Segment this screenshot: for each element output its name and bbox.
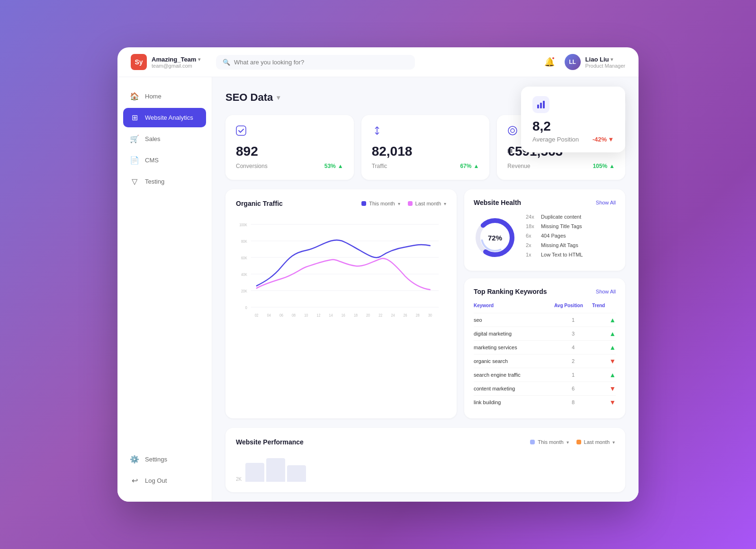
svg-text:0: 0 bbox=[245, 305, 247, 310]
svg-text:18: 18 bbox=[354, 313, 358, 318]
keyword-row: seo 1 ▲ bbox=[474, 313, 616, 327]
organic-traffic-chart: 100K 80K 60K 40K 20K 0 02 04 06 08 10 12… bbox=[236, 215, 446, 319]
revenue-footer: Revenue 105% ▲ bbox=[507, 163, 615, 169]
traffic-icon bbox=[372, 125, 479, 138]
floating-card-label: Average Position -42% ▼ bbox=[532, 136, 614, 143]
svg-point-5 bbox=[511, 129, 514, 133]
keyword-row: link building 8 ▼ bbox=[474, 395, 616, 409]
user-text: Liao Liu ▾ Product Manager bbox=[585, 56, 625, 69]
stat-card-traffic: 82,018 Traffic 67% ▲ bbox=[361, 115, 490, 180]
svg-text:24: 24 bbox=[391, 313, 395, 318]
keywords-card: Top Ranking Keywords Show All Keyword Av… bbox=[464, 278, 625, 418]
svg-text:10: 10 bbox=[304, 313, 308, 318]
sidebar-item-sales[interactable]: 🛒 Sales bbox=[123, 129, 206, 149]
perf-chart-header: Website Performance This month ▾ Last mo… bbox=[236, 438, 615, 446]
donut-chart: 72% bbox=[474, 216, 516, 259]
perf-title: Website Performance bbox=[236, 438, 304, 446]
sidebar-item-label: CMS bbox=[145, 157, 159, 164]
revenue-change: 105% ▲ bbox=[593, 163, 615, 169]
page-title: SEO Data ▾ bbox=[225, 91, 280, 104]
sidebar-item-label: Sales bbox=[145, 135, 161, 142]
legend-last-month[interactable]: Last month ▾ bbox=[408, 201, 446, 206]
traffic-label: Traffic bbox=[372, 163, 387, 169]
legend-this-month[interactable]: This month ▾ bbox=[361, 201, 400, 206]
website-health-card: Website Health Show All 72% bbox=[464, 189, 625, 271]
perf-bar bbox=[245, 463, 264, 482]
svg-text:12: 12 bbox=[316, 313, 320, 318]
sidebar-item-logout[interactable]: ↩ Log Out bbox=[123, 471, 206, 490]
perf-legend-last-month[interactable]: Last month ▾ bbox=[576, 439, 615, 445]
conversions-change: 53% ▲ bbox=[324, 163, 343, 169]
svg-text:22: 22 bbox=[378, 313, 382, 318]
floating-card-value: 8,2 bbox=[532, 119, 614, 134]
nav-items: 🏠 Home ⊞ Website Analytics 🛒 Sales 📄 CMS… bbox=[123, 87, 206, 450]
search-bar[interactable]: 🔍 bbox=[216, 55, 415, 70]
svg-text:26: 26 bbox=[404, 313, 407, 318]
chart-title: Organic Traffic bbox=[236, 200, 283, 207]
last-month-dot bbox=[408, 201, 413, 206]
keywords-show-all[interactable]: Show All bbox=[596, 289, 616, 294]
perf-this-month-dot bbox=[530, 440, 535, 444]
conversions-footer: Conversions 53% ▲ bbox=[236, 163, 343, 169]
right-col: Website Health Show All 72% bbox=[464, 189, 625, 418]
svg-text:06: 06 bbox=[279, 313, 283, 318]
svg-text:30: 30 bbox=[428, 313, 432, 318]
logout-icon: ↩ bbox=[130, 476, 139, 485]
health-show-all[interactable]: Show All bbox=[596, 200, 616, 205]
trend-down-icon: ▼ bbox=[592, 385, 616, 392]
health-item: 2x Missing Alt Tags bbox=[526, 242, 616, 248]
home-icon: 🏠 bbox=[130, 92, 139, 101]
chart-header: Organic Traffic This month ▾ Last month … bbox=[236, 200, 446, 207]
health-item: 6x 404 Pages bbox=[526, 233, 616, 239]
notification-icon[interactable]: 🔔 bbox=[542, 54, 557, 70]
trend-up-icon: ▲ bbox=[592, 371, 616, 379]
trend-up-icon: ▲ bbox=[609, 163, 615, 169]
sidebar-item-cms[interactable]: 📄 CMS bbox=[123, 151, 206, 170]
svg-text:08: 08 bbox=[292, 313, 296, 318]
perf-bar bbox=[287, 465, 306, 482]
svg-rect-3 bbox=[236, 126, 246, 135]
keywords-header: Top Ranking Keywords Show All bbox=[474, 288, 616, 295]
this-month-dot bbox=[361, 201, 366, 206]
keyword-row: digital marketing 3 ▲ bbox=[474, 327, 616, 340]
keyword-row: organic search 2 ▼ bbox=[474, 354, 616, 368]
organic-traffic-card: Organic Traffic This month ▾ Last month … bbox=[225, 189, 457, 418]
cms-icon: 📄 bbox=[130, 156, 139, 165]
chart-legend: This month ▾ Last month ▾ bbox=[361, 201, 446, 206]
health-header: Website Health Show All bbox=[474, 199, 616, 206]
brand-email: team@gmail.com bbox=[152, 63, 200, 69]
avatar: LL bbox=[565, 54, 581, 70]
sidebar-item-label: Log Out bbox=[145, 477, 167, 484]
health-item: 1x Low Text to HTML bbox=[526, 252, 616, 257]
health-item: 18x Missing Title Tags bbox=[526, 223, 616, 229]
brand-logo: Sy bbox=[131, 54, 147, 70]
header-right: 🔔 LL Liao Liu ▾ Product Manager bbox=[542, 54, 625, 70]
search-input[interactable] bbox=[234, 59, 408, 66]
sidebar-item-testing[interactable]: ▽ Testing bbox=[123, 172, 206, 191]
svg-point-4 bbox=[508, 126, 517, 135]
trend-down-icon: ▼ bbox=[592, 357, 616, 365]
sidebar-item-website-analytics[interactable]: ⊞ Website Analytics bbox=[123, 108, 206, 127]
perf-bar bbox=[266, 458, 285, 482]
floating-card-change: -42% ▼ bbox=[593, 136, 614, 143]
brand[interactable]: Sy Amazing_Team ▾ team@gmail.com bbox=[131, 54, 207, 70]
brand-info: Amazing_Team ▾ team@gmail.com bbox=[152, 56, 200, 69]
search-icon: 🔍 bbox=[223, 59, 230, 66]
floating-card: 8,2 Average Position -42% ▼ bbox=[521, 87, 625, 152]
svg-text:20K: 20K bbox=[241, 289, 247, 293]
user-info[interactable]: LL Liao Liu ▾ Product Manager bbox=[565, 54, 625, 70]
trend-up-icon: ▲ bbox=[473, 163, 479, 169]
traffic-change: 67% ▲ bbox=[460, 163, 479, 169]
sidebar: 🏠 Home ⊞ Website Analytics 🛒 Sales 📄 CMS… bbox=[117, 77, 212, 502]
charts-row: Organic Traffic This month ▾ Last month … bbox=[225, 189, 625, 418]
svg-text:80K: 80K bbox=[241, 239, 247, 244]
traffic-footer: Traffic 67% ▲ bbox=[372, 163, 479, 169]
trend-up-icon: ▲ bbox=[338, 163, 343, 169]
keyword-row: search engine traffic 1 ▲ bbox=[474, 368, 616, 381]
perf-legend-this-month[interactable]: This month ▾ bbox=[530, 439, 568, 445]
svg-text:16: 16 bbox=[342, 313, 345, 318]
keywords-table-header: Keyword Avg Position Trend bbox=[474, 301, 616, 310]
sidebar-item-home[interactable]: 🏠 Home bbox=[123, 87, 206, 106]
sidebar-item-settings[interactable]: ⚙️ Settings bbox=[123, 450, 206, 469]
legend-chevron: ▾ bbox=[444, 201, 446, 206]
